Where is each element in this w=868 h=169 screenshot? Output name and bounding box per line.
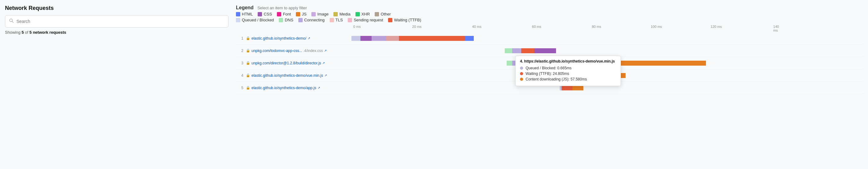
legend-item[interactable]: TLS xyxy=(330,18,343,22)
legend-swatch xyxy=(236,12,240,16)
row-index: 1 xyxy=(236,36,243,41)
row-index: 4 xyxy=(236,73,243,78)
panel-title: Network Requests xyxy=(5,5,228,11)
tooltip-label: Queued / Blocked: 0.665ms xyxy=(526,66,571,70)
legend-row-1: HTML CSS Font JS Image Media XHR Other xyxy=(236,12,863,16)
legend-area: Legend Select an item to apply filter HT… xyxy=(236,5,863,22)
legend-label: HTML xyxy=(242,12,253,16)
url-link[interactable]: elastic.github.io/synthetics-demo/ xyxy=(251,36,306,41)
lock-icon: 🔒 xyxy=(246,61,250,65)
legend-row-2: Queued / Blocked DNS Connecting TLS Send… xyxy=(236,18,863,22)
bar-segment xyxy=(386,36,399,41)
legend-swatch xyxy=(298,18,303,22)
row-index: 2 xyxy=(236,49,243,53)
row-url[interactable]: 🔒 elastic.github.io/synthetics-demo/vue.… xyxy=(246,73,351,78)
right-panel: Legend Select an item to apply filter HT… xyxy=(236,5,863,164)
ext-link-icon: ↗ xyxy=(324,74,327,77)
legend-item[interactable]: Font xyxy=(277,12,291,16)
legend-item[interactable]: HTML xyxy=(236,12,253,16)
search-input[interactable] xyxy=(17,19,224,24)
row-index: 3 xyxy=(236,61,243,65)
tooltip-row: Queued / Blocked: 0.665ms xyxy=(520,66,616,70)
ext-link-icon: ↗ xyxy=(318,86,320,89)
row-url[interactable]: 🔒 elastic.github.io/synthetics-demo/app.… xyxy=(246,86,351,90)
legend-swatch xyxy=(279,18,283,22)
legend-label: Other xyxy=(381,12,391,16)
legend-label: Sending request xyxy=(353,18,383,22)
row-url[interactable]: 🔒 unpkg.com/todomvc-app-css... .4/index.… xyxy=(246,49,351,53)
showing-text: Showing 5 of 5 network requests xyxy=(5,30,228,35)
row-index: 5 xyxy=(236,86,243,90)
tick-label: 140 ms xyxy=(773,25,779,32)
table-row[interactable]: 2🔒 unpkg.com/todomvc-app-css... .4/index… xyxy=(236,45,863,57)
lock-icon: 🔒 xyxy=(246,36,250,40)
ext-link-icon: ↗ xyxy=(308,37,310,40)
bar-segment xyxy=(505,48,512,53)
lock-icon: 🔒 xyxy=(246,73,250,77)
url-link[interactable]: unpkg.com/director@1.2.8/build/director.… xyxy=(251,61,321,65)
tick-label: 80 ms xyxy=(592,25,601,29)
search-box[interactable] xyxy=(5,15,228,28)
legend-item[interactable]: CSS xyxy=(258,12,272,16)
ext-link-icon: ↗ xyxy=(322,61,325,65)
url-link[interactable]: elastic.github.io/synthetics-demo/app.js xyxy=(251,86,316,90)
bar-segment xyxy=(361,36,371,41)
timeline-area: 0 ms20 ms40 ms60 ms80 ms100 ms120 ms140 … xyxy=(236,25,863,164)
legend-label: Queued / Blocked xyxy=(242,18,274,22)
legend-item[interactable]: DNS xyxy=(279,18,293,22)
legend-item[interactable]: Queued / Blocked xyxy=(236,18,274,22)
legend-swatch xyxy=(375,12,379,16)
tooltip-row: Waiting (TTFB): 24.805ms xyxy=(520,72,616,76)
legend-label: Media xyxy=(339,12,350,16)
url-link[interactable]: unpkg.com/todomvc-app-css... .4/index.cs… xyxy=(251,49,323,53)
legend-swatch xyxy=(296,12,300,16)
legend-item[interactable]: Other xyxy=(375,12,391,16)
bar-segment xyxy=(465,36,474,41)
bar-segment xyxy=(521,48,534,53)
tooltip-title: 4. https://elastic.github.io/synthetics-… xyxy=(520,59,616,64)
legend-swatch xyxy=(236,18,240,22)
legend-item[interactable]: Image xyxy=(311,12,329,16)
legend-item[interactable]: Connecting xyxy=(298,18,325,22)
url-link[interactable]: elastic.github.io/synthetics-demo/vue.mi… xyxy=(251,73,323,78)
table-row[interactable]: 1🔒 elastic.github.io/synthetics-demo/ ↗ xyxy=(236,32,863,45)
svg-line-1 xyxy=(12,22,13,23)
tooltip-dot xyxy=(520,67,523,70)
legend-item[interactable]: Media xyxy=(333,12,350,16)
tooltip-label: Content downloading (JS): 57.580ms xyxy=(526,77,587,81)
row-url[interactable]: 🔒 elastic.github.io/synthetics-demo/ ↗ xyxy=(246,36,351,41)
legend-swatch xyxy=(258,12,262,16)
tick-label: 100 ms xyxy=(651,25,662,29)
legend-label: Waiting (TTFB) xyxy=(394,18,421,22)
bar-segment xyxy=(534,48,556,53)
legend-swatch xyxy=(277,12,281,16)
tick-label: 20 ms xyxy=(412,25,422,29)
legend-swatch xyxy=(330,18,334,22)
left-panel: Network Requests Showing 5 of 5 network … xyxy=(5,5,228,164)
legend-label: CSS xyxy=(264,12,272,16)
legend-item[interactable]: XHR xyxy=(355,12,370,16)
legend-item[interactable]: Sending request xyxy=(348,18,383,22)
tooltip: 4. https://elastic.github.io/synthetics-… xyxy=(515,56,621,86)
legend-swatch xyxy=(311,12,316,16)
legend-label: Font xyxy=(283,12,291,16)
legend-label: Connecting xyxy=(304,18,325,22)
bar-segment xyxy=(399,36,465,41)
legend-label: Image xyxy=(317,12,329,16)
tooltip-row: Content downloading (JS): 57.580ms xyxy=(520,77,616,81)
legend-item[interactable]: JS xyxy=(296,12,306,16)
legend-swatch xyxy=(348,18,352,22)
lock-icon: 🔒 xyxy=(246,86,250,90)
bar-segment xyxy=(507,61,512,66)
legend-item[interactable]: Waiting (TTFB) xyxy=(388,18,421,22)
row-url[interactable]: 🔒 unpkg.com/director@1.2.8/build/directo… xyxy=(246,61,351,65)
bar-segment xyxy=(351,36,361,41)
tick-label: 60 ms xyxy=(532,25,541,29)
tick-label: 40 ms xyxy=(472,25,482,29)
legend-label: TLS xyxy=(336,18,343,22)
legend-label: DNS xyxy=(285,18,293,22)
tooltip-dot xyxy=(520,78,523,81)
tooltip-dot xyxy=(520,72,523,75)
legend-label: XHR xyxy=(361,12,370,16)
bar-segment xyxy=(372,36,386,41)
